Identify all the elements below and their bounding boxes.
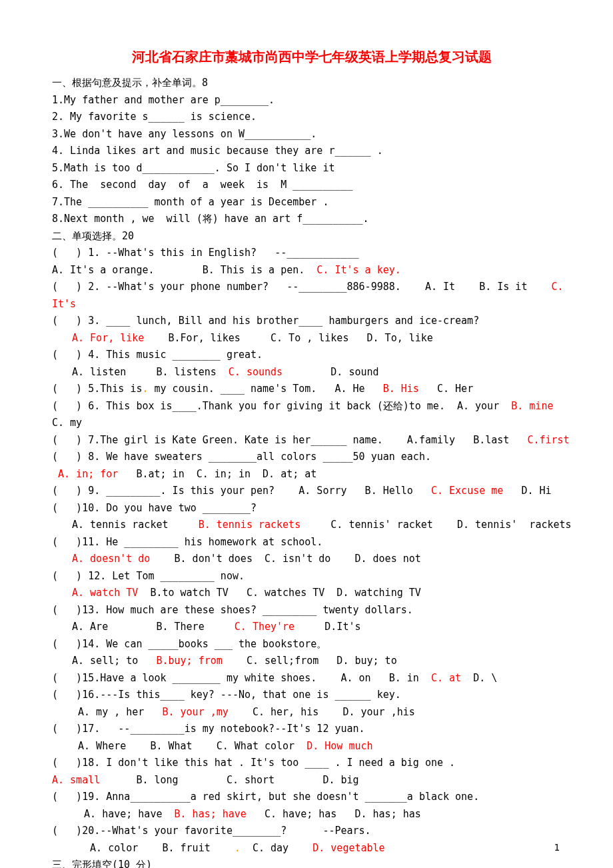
q2-18a: ( )18. I don't like this hat . It's too … — [52, 755, 572, 772]
q1-8: 8.Next month , we will (将) have an art f… — [52, 211, 572, 228]
q2-17b: A. Where B. What C. What color D. How mu… — [52, 738, 572, 755]
q2-16b-ans: B. your ,my — [162, 706, 228, 718]
q2-7-pre: ( ) 7.The girl is Kate Green. Kate is he… — [52, 434, 527, 446]
q2-14b-ans: B.buy; from — [156, 655, 222, 667]
q2-20b-ans: D. vegetable — [312, 842, 384, 854]
q2-6: ( ) 6. This box is____.Thank you for giv… — [52, 398, 572, 432]
q2-12b: A. watch TV B.to watch TV C. watches TV … — [52, 585, 572, 602]
q2-16b-pre: A. my , her — [72, 706, 162, 718]
q2-15-post: D. \ — [461, 672, 497, 684]
q2-20b-pre: A. color B. fruit — [72, 842, 235, 854]
q1-3: 3.We don't have any lessons on W________… — [52, 126, 572, 143]
q2-16b-post: C. her, his D. your ,his — [229, 706, 415, 718]
q2-11a: ( )11. He _________ his homework at scho… — [52, 534, 572, 551]
q2-18b: A. small B. long C. short D. big — [52, 772, 572, 789]
q2-17b-pre: A. Where B. What C. What color — [72, 740, 306, 752]
q2-13b-pre: A. Are B. There — [72, 621, 235, 633]
q2-18b-ans: A. small — [52, 774, 100, 786]
q2-14b-pre: A. sell; to — [72, 655, 156, 667]
q2-14a: ( )14. We can _____books ___ the booksto… — [52, 636, 572, 653]
q2-1b-ans: C. It's a key. — [316, 264, 400, 276]
q2-14b-post: C. sell;from D. buy; to — [223, 655, 397, 667]
q2-7: ( ) 7.The girl is Kate Green. Kate is he… — [52, 432, 572, 449]
q2-13b: A. Are B. There C. They're D.It's — [52, 619, 572, 636]
q2-5-mid: my cousin. ____ name's Tom. A. He — [149, 383, 383, 395]
q2-3a: ( ) 3. ____ lunch, Bill and his brother_… — [52, 313, 572, 330]
q2-6-pre: ( ) 6. This box is____.Thank you for giv… — [52, 400, 511, 412]
q2-9: ( ) 9. _________. Is this your pen? A. S… — [52, 483, 572, 500]
q2-15: ( )15.Have a look ________ my white shoe… — [52, 670, 572, 687]
q2-13b-ans: C. They're — [235, 621, 295, 633]
q2-8b-ans: A. in; for — [58, 468, 118, 480]
q2-11b: A. doesn't do B. don't does C. isn't do … — [52, 551, 572, 568]
q2-4b: A. listen B. listens C. sounds D. sound — [52, 364, 572, 381]
q2-16a: ( )16.---Is this____ key? ---No, that on… — [52, 687, 572, 704]
q2-5-pre: ( ) 5.This is — [52, 383, 142, 395]
q2-13a: ( )13. How much are these shoes? _______… — [52, 602, 572, 619]
q2-5: ( ) 5.This is. my cousin. ____ name's To… — [52, 381, 572, 398]
q2-3b: A. For, like B.For, likes C. To , likes … — [52, 330, 572, 347]
q2-1a: ( ) 1. --What's this in English? --_____… — [52, 245, 572, 262]
q2-1b: A. It's a orange. B. This is a pen. C. I… — [52, 262, 572, 279]
q1-2: 2. My favorite s______ is science. — [52, 109, 572, 126]
q2-19b-ans: B. has; have — [175, 808, 247, 820]
q2-9-pre: ( ) 9. _________. Is this your pen? A. S… — [52, 485, 431, 497]
q2-8b-post: B.at; in C. in; in D. at; at — [118, 468, 316, 480]
q2-5-ans: B. His — [383, 383, 419, 395]
q2-12b-post: B.to watch TV C. watches TV D. watching … — [138, 587, 420, 599]
q2-19a: ( )19. Anna__________a red skirt, but sh… — [52, 789, 572, 806]
q2-8a: ( ) 8. We have sweaters ________all colo… — [52, 449, 572, 466]
q2-10b: A. tennis racket B. tennis rackets C. te… — [52, 517, 572, 534]
q1-1: 1.My father and mother are p________. — [52, 92, 572, 109]
q1-6: 6. The second day of a week is M _______… — [52, 177, 572, 194]
q1-4: 4. Linda likes art and music because the… — [52, 143, 572, 160]
q2-17a: ( )17. --_________is my notebook?--It's … — [52, 721, 572, 738]
section3-heading: 三、完形填空(10 分) — [52, 857, 572, 868]
q2-4a: ( ) 4. This music ________ great. — [52, 347, 572, 364]
q2-18b-post: B. long C. short D. big — [100, 774, 358, 786]
q2-7-ans: C.first — [527, 434, 569, 446]
q2-3b-post: B.For, likes C. To , likes D. To, like — [144, 332, 432, 344]
q2-8b: A. in; for B.at; in C. in; in D. at; at — [52, 466, 572, 483]
q2-10b-pre: A. tennis racket — [72, 519, 199, 531]
q2-12b-ans: A. watch TV — [72, 587, 138, 599]
q2-16b: A. my , her B. your ,my C. her, his D. y… — [52, 704, 572, 721]
q2-9-post: D. Hi — [503, 485, 551, 497]
q2-20b: A. color B. fruit . C. day D. vegetable — [52, 840, 572, 857]
section2-heading: 二、单项选择。20 — [52, 228, 572, 245]
q2-11b-post: B. don't does C. isn't do D. does not — [150, 553, 420, 565]
q2-11b-ans: A. doesn't do — [72, 553, 150, 565]
q2-4b-ans: C. sounds — [229, 366, 283, 378]
q2-3b-ans: A. For, like — [72, 332, 144, 344]
q2-20b-dot: . — [235, 842, 241, 854]
q2-4b-pre: A. listen B. listens — [72, 366, 229, 378]
q2-2: ( ) 2. --What's your phone number? --___… — [52, 279, 572, 313]
q2-5-post: C. Her — [419, 383, 473, 395]
q1-5: 5.Math is too d____________. So I don't … — [52, 160, 572, 177]
q2-20b-mid: C. day — [241, 842, 312, 854]
q2-19b: A. have; have B. has; have C. have; has … — [52, 806, 572, 823]
q2-10a: ( )10. Do you have two ________? — [52, 500, 572, 517]
q1-7: 7.The __________ month of a year is Dece… — [52, 194, 572, 211]
q2-10b-ans: B. tennis rackets — [199, 519, 301, 531]
q2-15-pre: ( )15.Have a look ________ my white shoe… — [52, 672, 431, 684]
q2-15-ans: C. at — [431, 672, 461, 684]
q2-19b-pre: A. have; have — [72, 808, 175, 820]
q2-17b-ans: D. How much — [306, 740, 372, 752]
q2-14b: A. sell; to B.buy; from C. sell;from D. … — [52, 653, 572, 670]
q2-5-dot: . — [142, 383, 148, 395]
q2-4b-post: D. sound — [283, 366, 379, 378]
q2-1b-pre: A. It's a orange. B. This is a pen. — [52, 264, 316, 276]
q2-2-pre: ( ) 2. --What's your phone number? --___… — [52, 281, 552, 293]
q2-13b-post: D.It's — [295, 621, 360, 633]
q2-12a: ( ) 12. Let Tom _________ now. — [52, 568, 572, 585]
q2-9-ans: C. Excuse me — [431, 485, 503, 497]
q2-20a: ( )20.--What's your favorite________? --… — [52, 823, 572, 840]
page-number: 1 — [554, 840, 560, 856]
q2-6-ans: B. mine — [511, 400, 553, 412]
q2-10b-post: C. tennis' racket D. tennis' rackets — [301, 519, 571, 531]
q2-19b-post: C. have; has D. has; has — [247, 808, 421, 820]
section1-heading: 一、根据句意及提示，补全单词。8 — [52, 75, 572, 92]
page-title: 河北省石家庄市藁城市尚西中学七年级英语上学期总复习试题 — [52, 45, 572, 68]
